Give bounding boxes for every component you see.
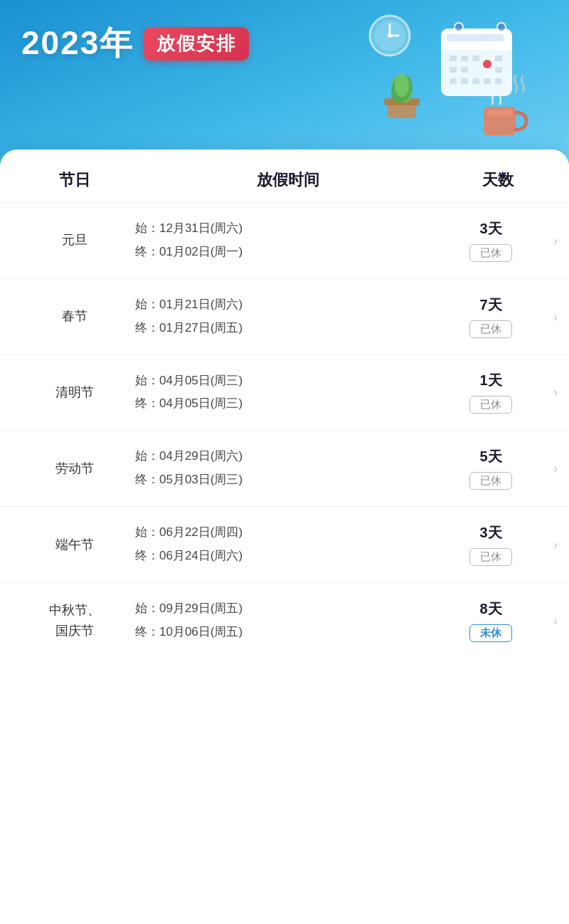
days-count: 3天 xyxy=(479,219,501,238)
date-end: 终：01月27日(周五) xyxy=(135,318,448,339)
date-start: 始：06月22日(周四) xyxy=(135,523,448,543)
table-row[interactable]: 中秋节、 国庆节 始：09月29日(周五) 终：10月06日(周五) 8天 未休… xyxy=(0,583,569,658)
days-col: 8天 未休 xyxy=(448,599,548,642)
date-range: 始：09月29日(周五) 终：10月06日(周五) xyxy=(128,599,448,643)
date-end: 终：06月24日(周六) xyxy=(135,546,448,567)
badge-text: 放假安排 xyxy=(144,27,249,61)
main-card: 节日 放假时间 天数 元旦 始：12月31日(周六) 终：01月02日(周一) … xyxy=(0,149,569,924)
days-col: 3天 已休 xyxy=(448,219,548,262)
svg-rect-22 xyxy=(484,78,491,84)
days-col: 5天 已休 xyxy=(448,447,548,490)
days-count: 3天 xyxy=(479,523,501,542)
svg-rect-17 xyxy=(461,67,468,73)
svg-rect-21 xyxy=(472,78,479,84)
svg-point-11 xyxy=(483,60,491,68)
table-row[interactable]: 劳动节 始：04月29日(周六) 终：05月03日(周三) 5天 已休 › xyxy=(0,431,569,507)
svg-rect-16 xyxy=(450,67,457,73)
date-range: 始：01月21日(周六) 终：01月27日(周五) xyxy=(128,295,448,339)
chevron-right-icon: › xyxy=(553,309,558,324)
svg-rect-19 xyxy=(450,78,457,84)
holiday-name: 春节 xyxy=(21,306,128,327)
chevron-right-icon: › xyxy=(553,537,558,552)
svg-point-28 xyxy=(395,74,409,97)
svg-rect-7 xyxy=(441,41,512,50)
col-header-holiday: 节日 xyxy=(21,169,128,191)
status-badge: 已休 xyxy=(469,472,512,490)
chevron-right-icon: › xyxy=(553,613,558,628)
days-count: 1天 xyxy=(479,371,501,390)
status-badge: 已休 xyxy=(469,396,512,414)
svg-rect-10 xyxy=(447,34,504,41)
svg-point-8 xyxy=(454,23,463,31)
date-end: 终：04月05日(周三) xyxy=(135,394,448,414)
date-end: 终：10月06日(周五) xyxy=(135,622,448,643)
year-text: 2023年 xyxy=(21,21,134,65)
days-count: 5天 xyxy=(479,447,501,466)
date-range: 始：04月29日(周六) 终：05月03日(周三) xyxy=(128,446,448,490)
clock-decoration xyxy=(367,13,413,58)
svg-rect-30 xyxy=(486,110,513,117)
date-start: 始：09月29日(周五) xyxy=(135,599,448,619)
date-end: 终：01月02日(周一) xyxy=(135,242,448,263)
table-row[interactable]: 清明节 始：04月05日(周三) 终：04月05日(周三) 1天 已休 › xyxy=(0,355,569,431)
status-badge: 已休 xyxy=(469,548,512,566)
svg-rect-23 xyxy=(495,78,502,84)
holiday-name: 元旦 xyxy=(21,230,128,251)
holiday-name: 劳动节 xyxy=(21,458,128,479)
days-col: 1天 已休 xyxy=(448,371,548,414)
holiday-name: 端午节 xyxy=(21,535,128,555)
table-row[interactable]: 端午节 始：06月22日(周四) 终：06月24日(周六) 3天 已休 › xyxy=(0,507,569,583)
header-banner: 2023年 放假安排 xyxy=(0,0,569,164)
svg-point-4 xyxy=(388,33,392,38)
table-row[interactable]: 春节 始：01月21日(周六) 终：01月27日(周五) 7天 已休 › xyxy=(0,279,569,355)
table-row[interactable]: 元旦 始：12月31日(周六) 终：01月02日(周一) 3天 已休 › xyxy=(0,203,569,279)
date-start: 始：01月21日(周六) xyxy=(135,295,448,315)
days-count: 8天 xyxy=(479,599,501,619)
title-area: 2023年 放假安排 xyxy=(21,21,249,65)
days-col: 7天 已休 xyxy=(448,295,548,338)
date-end: 终：05月03日(周三) xyxy=(135,470,448,490)
holiday-name: 清明节 xyxy=(21,382,128,403)
date-start: 始：04月05日(周三) xyxy=(135,371,448,392)
svg-rect-13 xyxy=(461,56,468,61)
plant-decoration xyxy=(370,57,434,121)
chevron-right-icon: › xyxy=(553,461,558,476)
table-header: 节日 放假时间 天数 xyxy=(0,149,569,203)
days-count: 7天 xyxy=(479,295,501,315)
date-range: 始：12月31日(周六) 终：01月02日(周一) xyxy=(128,219,448,263)
svg-rect-20 xyxy=(461,78,468,84)
svg-rect-12 xyxy=(450,56,457,61)
mug-decoration xyxy=(477,85,533,142)
svg-point-9 xyxy=(497,23,506,31)
date-start: 始：04月29日(周六) xyxy=(135,446,448,467)
holiday-name: 中秋节、 国庆节 xyxy=(21,600,128,641)
svg-rect-18 xyxy=(495,67,502,73)
svg-rect-15 xyxy=(495,56,502,61)
status-badge-not-yet: 未休 xyxy=(469,624,512,642)
status-badge: 已休 xyxy=(469,320,512,338)
status-badge: 已休 xyxy=(469,244,512,262)
date-start: 始：12月31日(周六) xyxy=(135,219,448,239)
col-header-period: 放假时间 xyxy=(128,169,448,191)
date-range: 始：04月05日(周三) 终：04月05日(周三) xyxy=(128,371,448,415)
chevron-right-icon: › xyxy=(553,233,558,248)
date-range: 始：06月22日(周四) 终：06月24日(周六) xyxy=(128,523,448,567)
svg-rect-14 xyxy=(472,56,479,61)
days-col: 3天 已休 xyxy=(448,523,548,566)
chevron-right-icon: › xyxy=(553,385,558,400)
col-header-days: 天数 xyxy=(448,169,548,191)
